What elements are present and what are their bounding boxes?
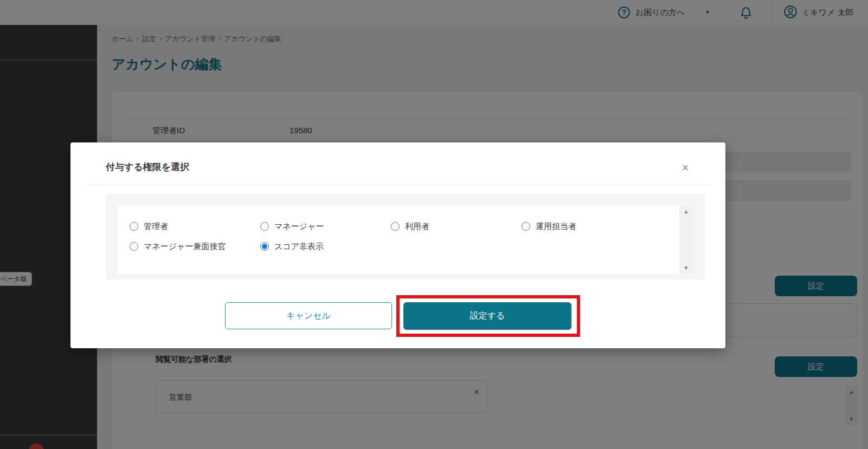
radio-label: マネージャー (274, 222, 324, 232)
scroll-down-icon[interactable]: ▼ (684, 265, 689, 271)
radio-label: 利用者 (405, 222, 429, 232)
radio-input-operations[interactable] (522, 222, 530, 231)
permission-panel: 管理者 マネージャー 利用者 運用担当者 マネージャー兼面接官 (106, 194, 705, 279)
radio-input-admin[interactable] (130, 222, 138, 231)
radio-input-user[interactable] (391, 222, 400, 231)
annotation-highlight-box (396, 295, 580, 337)
list-scrollbar[interactable]: ▲ ▼ (679, 206, 693, 274)
radio-label: 管理者 (144, 222, 168, 232)
radio-input-manager-interviewer[interactable] (130, 242, 138, 251)
cancel-button[interactable]: キャンセル (225, 302, 392, 329)
permission-modal: 付与する権限を選択 × 管理者 マネージャー 利用者 運用担 (70, 142, 725, 348)
radio-option-operations[interactable]: 運用担当者 (522, 221, 576, 232)
modal-title: 付与する権限を選択 (106, 161, 189, 173)
radio-input-manager[interactable] (260, 222, 269, 231)
radio-label: 運用担当者 (536, 222, 576, 232)
close-icon[interactable]: × (678, 160, 693, 175)
radio-option-user[interactable]: 利用者 (391, 221, 429, 232)
modal-divider (87, 185, 709, 185)
radio-input-hide-score[interactable] (260, 242, 269, 251)
screen: ? お困りの方へ ▼ ミキワメ 太郎 ベータ版 (0, 0, 868, 449)
scroll-up-icon[interactable]: ▲ (684, 209, 689, 214)
permission-list: 管理者 マネージャー 利用者 運用担当者 マネージャー兼面接官 (118, 206, 693, 274)
radio-option-manager[interactable]: マネージャー (260, 221, 324, 232)
radio-option-admin[interactable]: 管理者 (130, 221, 168, 232)
radio-label: スコア非表示 (274, 242, 324, 252)
radio-option-hide-score[interactable]: スコア非表示 (260, 241, 324, 252)
radio-option-manager-interviewer[interactable]: マネージャー兼面接官 (130, 241, 226, 252)
radio-label: マネージャー兼面接官 (144, 242, 226, 252)
